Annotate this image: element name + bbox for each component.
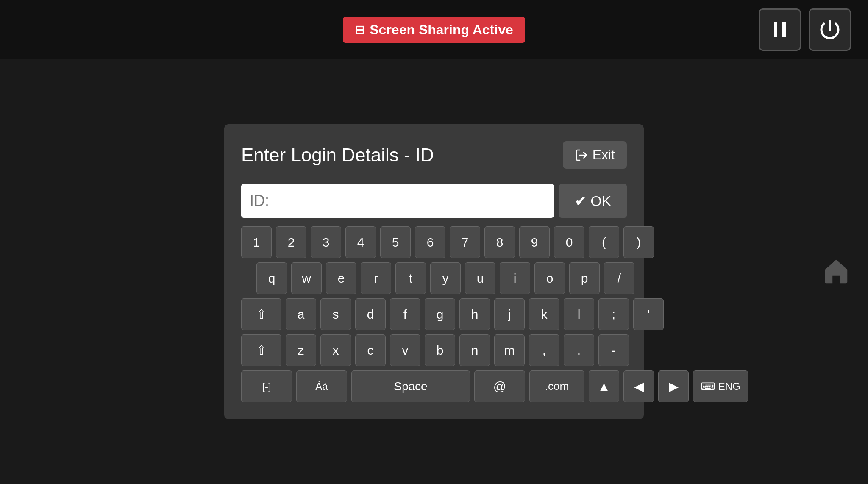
key-q[interactable]: q: [256, 262, 287, 294]
keyboard-row-5: [-] Áá Space @ .com ▲ ◀ ▶ ⌨ ENG: [241, 370, 627, 402]
key-h[interactable]: h: [459, 298, 490, 330]
exit-icon: [575, 148, 588, 162]
keyboard-row-2: q w e r t y u i o p /: [241, 262, 627, 294]
key-at[interactable]: @: [474, 370, 525, 402]
keyboard: 1 2 3 4 5 6 7 8 9 0 ( ) q w e r t y: [241, 226, 627, 402]
keyboard-row-4: ⇧ z x c v b n m , . -: [241, 334, 627, 366]
key-up-arrow[interactable]: ▲: [589, 370, 619, 402]
id-input[interactable]: [241, 184, 554, 218]
login-dialog: Enter Login Details - ID Exit ✔ OK 1 2 3: [224, 124, 644, 419]
key-o[interactable]: o: [534, 262, 565, 294]
key-apostrophe[interactable]: ': [633, 298, 664, 330]
key-d[interactable]: d: [355, 298, 386, 330]
keyboard-row-3: ⇧ a s d f g h j k l ; ': [241, 298, 627, 330]
home-icon: [821, 256, 851, 286]
pause-button[interactable]: [759, 8, 801, 51]
home-button[interactable]: [821, 256, 851, 287]
exit-label: Exit: [593, 147, 615, 163]
key-e[interactable]: e: [326, 262, 356, 294]
main-content: Enter Login Details - ID Exit ✔ OK 1 2 3: [0, 59, 868, 484]
key-open-paren[interactable]: (: [589, 226, 619, 258]
key-t[interactable]: t: [395, 262, 426, 294]
key-u[interactable]: u: [465, 262, 495, 294]
key-v[interactable]: v: [390, 334, 420, 366]
input-row: ✔ OK: [241, 184, 627, 218]
key-6[interactable]: 6: [415, 226, 445, 258]
key-dotcom[interactable]: .com: [529, 370, 584, 402]
key-close-paren[interactable]: ): [623, 226, 654, 258]
dialog-header: Enter Login Details - ID Exit: [241, 141, 627, 169]
monitor-icon: ⊟: [355, 23, 364, 37]
key-y[interactable]: y: [430, 262, 461, 294]
top-right-controls: [759, 8, 851, 51]
key-5[interactable]: 5: [380, 226, 411, 258]
key-k[interactable]: k: [529, 298, 559, 330]
pause-icon: [770, 19, 790, 40]
key-4[interactable]: 4: [345, 226, 376, 258]
key-shift-right[interactable]: ⇧: [241, 334, 281, 366]
power-icon: [820, 19, 840, 40]
power-button[interactable]: [809, 8, 851, 51]
key-caps[interactable]: Áá: [296, 370, 347, 402]
exit-button[interactable]: Exit: [563, 141, 627, 169]
ok-label: ✔ OK: [575, 192, 612, 209]
key-i[interactable]: i: [500, 262, 530, 294]
svg-rect-1: [782, 22, 786, 37]
screen-sharing-badge: ⊟ Screen Sharing Active: [343, 17, 525, 43]
key-g[interactable]: g: [425, 298, 455, 330]
key-space[interactable]: Space: [351, 370, 470, 402]
key-lang[interactable]: ⌨ ENG: [693, 370, 748, 402]
key-c[interactable]: c: [355, 334, 386, 366]
key-brackets[interactable]: [-]: [241, 370, 292, 402]
key-9[interactable]: 9: [519, 226, 550, 258]
key-2[interactable]: 2: [276, 226, 306, 258]
key-z[interactable]: z: [286, 334, 316, 366]
key-p[interactable]: p: [569, 262, 600, 294]
key-b[interactable]: b: [425, 334, 455, 366]
key-minus[interactable]: -: [598, 334, 629, 366]
key-shift-left[interactable]: ⇧: [241, 298, 281, 330]
top-bar: ⊟ Screen Sharing Active: [0, 0, 868, 59]
key-x[interactable]: x: [320, 334, 351, 366]
ok-button[interactable]: ✔ OK: [559, 184, 627, 218]
dialog-title: Enter Login Details - ID: [241, 145, 434, 166]
key-8[interactable]: 8: [484, 226, 515, 258]
key-0[interactable]: 0: [554, 226, 584, 258]
key-m[interactable]: m: [494, 334, 525, 366]
key-slash[interactable]: /: [604, 262, 634, 294]
screen-sharing-label: Screen Sharing Active: [370, 22, 513, 38]
key-7[interactable]: 7: [450, 226, 480, 258]
key-right-arrow[interactable]: ▶: [658, 370, 689, 402]
key-l[interactable]: l: [564, 298, 594, 330]
key-semicolon[interactable]: ;: [598, 298, 629, 330]
key-3[interactable]: 3: [311, 226, 341, 258]
key-1[interactable]: 1: [241, 226, 272, 258]
key-r[interactable]: r: [361, 262, 391, 294]
key-f[interactable]: f: [390, 298, 420, 330]
svg-rect-0: [774, 22, 777, 37]
key-s[interactable]: s: [320, 298, 351, 330]
key-left-arrow[interactable]: ◀: [623, 370, 654, 402]
key-w[interactable]: w: [291, 262, 322, 294]
key-period[interactable]: .: [564, 334, 594, 366]
key-n[interactable]: n: [459, 334, 490, 366]
keyboard-row-1: 1 2 3 4 5 6 7 8 9 0 ( ): [241, 226, 627, 258]
key-comma[interactable]: ,: [529, 334, 559, 366]
key-a[interactable]: a: [286, 298, 316, 330]
key-j[interactable]: j: [494, 298, 525, 330]
